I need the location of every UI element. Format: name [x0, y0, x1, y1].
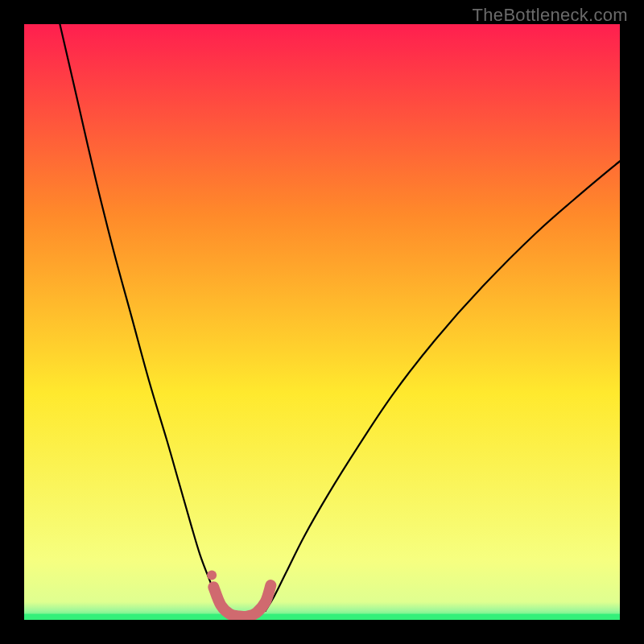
valley-dot [207, 571, 217, 580]
chart-svg [24, 24, 620, 620]
watermark-text: TheBottleneck.com [473, 5, 628, 26]
plot-area [24, 24, 620, 620]
chart-container: TheBottleneck.com [0, 0, 644, 644]
svg-rect-1 [24, 614, 620, 620]
svg-rect-0 [24, 24, 620, 620]
